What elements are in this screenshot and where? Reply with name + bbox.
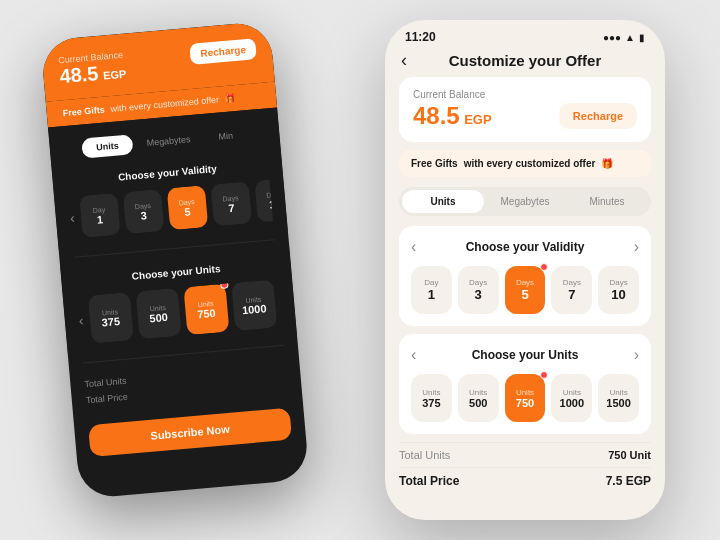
light-validity-section: ‹ Choose your Validity › Day 1 Days 3 Da… [399, 226, 651, 326]
light-units-375[interactable]: Units 375 [411, 374, 452, 422]
dark-tab-megabytes[interactable]: Megabytes [132, 128, 206, 154]
light-units-500[interactable]: Units 500 [458, 374, 499, 422]
battery-icon: ▮ [639, 32, 645, 43]
dark-units-375[interactable]: Units 375 [87, 292, 133, 343]
signal-icon: ●●● [603, 32, 621, 43]
dark-days-10[interactable]: Days 10 [254, 179, 273, 222]
dark-units-1000[interactable]: Units 1000 [231, 280, 277, 331]
light-gifts-bar: Free Gifts with every customized offer 🎁 [399, 150, 651, 177]
light-units-1500[interactable]: Units 1500 [598, 374, 639, 422]
dark-gifts-text: Free Gifts [62, 105, 105, 119]
light-units-750[interactable]: Units 750 [505, 374, 546, 422]
light-units-options: Units 375 Units 500 Units 750 Units 1000… [411, 374, 639, 422]
light-nav-title: Customize your Offer [449, 52, 602, 69]
light-tab-megabytes[interactable]: Megabytes [484, 190, 566, 213]
dark-units-prev-arrow[interactable]: ‹ [78, 312, 84, 328]
dark-recharge-button[interactable]: Recharge [190, 38, 257, 65]
dark-total-units-label: Total Units [84, 376, 127, 390]
light-validity-next-arrow[interactable]: › [634, 238, 639, 256]
dark-days-7[interactable]: Days 7 [210, 181, 252, 226]
dark-phone: Current Balance 48.5 EGP Recharge Free G… [40, 21, 309, 499]
light-total-units-label: Total Units [399, 449, 450, 461]
dark-day-1[interactable]: Day 1 [79, 193, 121, 238]
dark-units-options: Units 375 Units 500 Units 750 Units 1 [87, 279, 282, 343]
light-units-section: ‹ Choose your Units › Units 375 Units 50… [399, 334, 651, 434]
light-status-time: 11:20 [405, 30, 436, 44]
light-units-next-arrow[interactable]: › [634, 346, 639, 364]
dark-tab-units[interactable]: Units [82, 134, 134, 158]
light-phone: 11:20 ●●● ▲ ▮ ‹ Customize your Offer Cur… [385, 20, 665, 520]
light-days-10[interactable]: Days 10 [598, 266, 639, 314]
light-days-7[interactable]: Days 7 [551, 266, 592, 314]
light-days-3[interactable]: Days 3 [458, 266, 499, 314]
light-total-units-row: Total Units 750 Unit [385, 443, 665, 467]
dark-gifts-subtext: with every customized offer [110, 95, 219, 114]
dark-units-750-badge [220, 280, 229, 289]
light-balance-label: Current Balance [413, 89, 637, 100]
light-validity-prev-arrow[interactable]: ‹ [411, 238, 416, 256]
light-total-price-row: Total Price 7.5 EGP [385, 468, 665, 494]
dark-units-500[interactable]: Units 500 [135, 288, 181, 339]
dark-days-5[interactable]: Days 5 [166, 185, 208, 230]
dark-total-price-label: Total Price [85, 392, 128, 406]
light-days-5[interactable]: Days 5 [505, 266, 546, 314]
dark-units-section: Choose your Units ‹ Units 375 Units 500 … [60, 247, 297, 356]
dark-balance-currency: EGP [103, 68, 127, 82]
light-tabs: Units Megabytes Minutes [399, 187, 651, 216]
light-gifts-subtext: with every customized offer [464, 158, 596, 169]
light-day-1[interactable]: Day 1 [411, 266, 452, 314]
light-total-price-value: 7.5 EGP [606, 474, 651, 488]
light-validity-title: Choose your Validity [466, 240, 585, 254]
light-tab-minutes[interactable]: Minutes [566, 190, 648, 213]
light-units-prev-arrow[interactable]: ‹ [411, 346, 416, 364]
dark-units-750[interactable]: Units 750 [183, 284, 229, 335]
light-total-price-label: Total Price [399, 474, 459, 488]
light-units-title: Choose your Units [472, 348, 579, 362]
light-balance-value: 48.5 [413, 102, 460, 129]
wifi-icon: ▲ [625, 32, 635, 43]
dark-days-3[interactable]: Days 3 [123, 189, 165, 234]
light-topnav: ‹ Customize your Offer [385, 48, 665, 77]
dark-balance-value: 48.5 [59, 62, 100, 87]
light-recharge-button[interactable]: Recharge [559, 103, 637, 129]
light-tab-units[interactable]: Units [402, 190, 484, 213]
light-gifts-text: Free Gifts [411, 158, 458, 169]
gift-icon: 🎁 [225, 93, 237, 104]
light-balance-currency: EGP [464, 112, 491, 127]
light-total-units-value: 750 Unit [608, 449, 651, 461]
light-validity-options: Day 1 Days 3 Days 5 Days 7 Days 10 [411, 266, 639, 314]
dark-tab-minutes[interactable]: Min [204, 124, 248, 148]
dark-validity-options: Day 1 Days 3 Days 5 Days 7 [79, 179, 273, 238]
dark-validity-prev-arrow[interactable]: ‹ [69, 210, 75, 226]
light-units-750-badge [540, 371, 548, 379]
light-balance-card: Current Balance 48.5 EGP Recharge [399, 77, 651, 142]
light-statusbar: 11:20 ●●● ▲ ▮ [385, 20, 665, 48]
light-units-1000[interactable]: Units 1000 [551, 374, 592, 422]
light-gift-icon: 🎁 [601, 158, 613, 169]
light-days-5-badge [540, 263, 548, 271]
light-status-icons: ●●● ▲ ▮ [603, 32, 645, 43]
light-back-arrow[interactable]: ‹ [401, 50, 407, 71]
